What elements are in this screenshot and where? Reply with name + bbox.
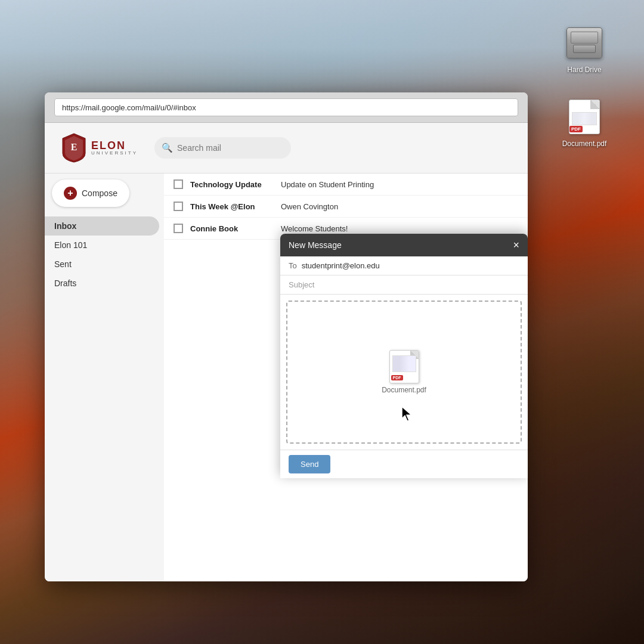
- compose-close-button[interactable]: ×: [513, 240, 519, 250]
- email-checkbox-2[interactable]: [174, 202, 183, 211]
- compose-label: Compose: [82, 188, 117, 198]
- search-icon: 🔍: [162, 143, 173, 153]
- gmail-content: + Compose Inbox Elon 101 Sent Drafts Tec…: [45, 174, 528, 581]
- email-sender-2: This Week @Elon: [190, 202, 274, 211]
- email-subject-3: Welcome Students!: [281, 224, 518, 233]
- elon-text-area: ELON UNIVERSITY: [91, 140, 138, 156]
- elon-shield-logo: E: [61, 132, 86, 163]
- sidebar-item-sent[interactable]: Sent: [45, 255, 159, 274]
- email-subject-2: Owen Covington: [281, 202, 518, 211]
- compose-body-area: PDF Document.pdf: [280, 295, 528, 450]
- table-row[interactable]: This Week @Elon Owen Covington: [164, 196, 528, 218]
- send-button[interactable]: Send: [289, 455, 330, 473]
- compose-to-field: To studentprint@elon.edu: [280, 256, 528, 275]
- address-bar[interactable]: https://mail.google.com/mail/u/0/#inbox: [54, 98, 518, 116]
- email-sender-1: Technology Update: [190, 180, 274, 189]
- email-subject-1: Update on Student Printing: [281, 180, 518, 189]
- compose-subject-placeholder: Subject: [289, 280, 314, 289]
- gmail-header: E ELON UNIVERSITY 🔍: [45, 123, 528, 174]
- compose-title: New Message: [289, 240, 342, 250]
- sidebar-item-drafts[interactable]: Drafts: [45, 274, 159, 293]
- compose-button[interactable]: + Compose: [52, 179, 129, 207]
- compose-plus-icon: +: [64, 187, 77, 200]
- mouse-cursor-icon: [401, 405, 414, 422]
- compose-header: New Message ×: [280, 234, 528, 256]
- gmail-sidebar: + Compose Inbox Elon 101 Sent Drafts: [45, 174, 164, 581]
- table-row[interactable]: Technology Update Update on Student Prin…: [164, 174, 528, 196]
- compose-to-label: To: [289, 261, 297, 270]
- sidebar-item-elon101[interactable]: Elon 101: [45, 236, 159, 255]
- dragged-pdf-icon-container: PDF Document.pdf: [382, 350, 426, 394]
- browser-window: https://mail.google.com/mail/u/0/#inbox …: [45, 92, 528, 581]
- cursor-pointer: [401, 405, 414, 425]
- document-pdf-label: Document.pdf: [562, 140, 607, 148]
- dragged-pdf-icon: PDF: [389, 350, 419, 383]
- search-input[interactable]: [154, 137, 291, 159]
- gmail-logo-area: E ELON UNIVERSITY: [54, 129, 145, 167]
- email-list: Technology Update Update on Student Prin…: [164, 174, 528, 581]
- hard-drive-icon: [565, 24, 603, 62]
- compose-drop-zone[interactable]: PDF Document.pdf: [286, 301, 522, 444]
- email-checkbox-1[interactable]: [174, 179, 183, 189]
- elon-university: UNIVERSITY: [91, 151, 138, 156]
- hard-drive-label: Hard Drive: [567, 66, 601, 74]
- email-sender-3: Connie Book: [190, 224, 274, 233]
- svg-text:E: E: [71, 142, 78, 152]
- desktop-icons-area: Hard Drive PDF Document.pdf: [561, 24, 608, 148]
- sidebar-item-inbox[interactable]: Inbox: [45, 216, 159, 236]
- hard-drive-icon-container[interactable]: Hard Drive: [561, 24, 608, 74]
- browser-chrome: https://mail.google.com/mail/u/0/#inbox: [45, 92, 528, 123]
- document-pdf-icon: PDF: [565, 98, 603, 136]
- compose-send-area: Send: [280, 450, 528, 478]
- url-text: https://mail.google.com/mail/u/0/#inbox: [62, 103, 196, 112]
- compose-to-value[interactable]: studentprint@elon.edu: [302, 261, 519, 270]
- document-pdf-icon-container[interactable]: PDF Document.pdf: [561, 98, 608, 148]
- search-wrapper: 🔍: [154, 137, 405, 159]
- dragged-pdf-filename: Document.pdf: [382, 386, 426, 394]
- elon-name: ELON: [91, 140, 138, 151]
- compose-window: New Message × To studentprint@elon.edu S…: [280, 234, 528, 478]
- email-checkbox-3[interactable]: [174, 224, 183, 233]
- svg-marker-1: [402, 407, 411, 421]
- compose-subject-field[interactable]: Subject: [280, 275, 528, 295]
